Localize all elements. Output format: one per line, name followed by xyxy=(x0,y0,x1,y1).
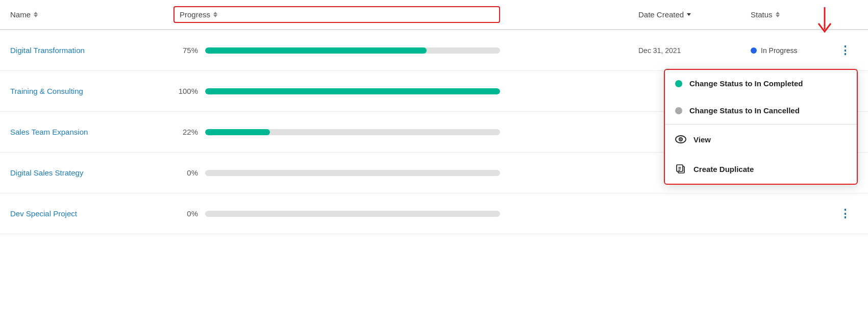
row-progress-cell: 100% xyxy=(173,87,500,95)
col-name-header: Name xyxy=(10,10,173,19)
progress-track xyxy=(205,88,500,94)
row-progress-cell: 75% xyxy=(173,46,500,55)
row-actions-cell: ⋮ xyxy=(832,43,858,58)
row-status-cell: In Progress xyxy=(751,46,832,55)
progress-percent: 22% xyxy=(173,128,198,136)
row-actions-button[interactable]: ⋮ xyxy=(835,43,855,58)
progress-track xyxy=(205,129,500,135)
row-actions-button[interactable]: ⋮ xyxy=(835,206,855,221)
eye-icon xyxy=(675,134,686,145)
row-name-cell: Dev Special Project xyxy=(10,209,173,218)
row-name-cell: Digital Transformation xyxy=(10,46,173,55)
view-item[interactable]: View xyxy=(665,125,857,154)
progress-percent: 0% xyxy=(173,168,198,177)
name-sort-icon xyxy=(34,12,38,17)
progress-fill xyxy=(205,47,427,54)
progress-track xyxy=(205,211,500,217)
row-progress-cell: 0% xyxy=(173,168,500,177)
status-dot xyxy=(751,47,757,54)
col-progress-header: Progress xyxy=(173,6,500,23)
project-link[interactable]: Digital Transformation xyxy=(10,46,85,55)
project-link[interactable]: Digital Sales Strategy xyxy=(10,168,83,177)
table-row: Dev Special Project 0% ⋮ xyxy=(0,193,868,234)
change-status-cancelled-item[interactable]: Change Status to In Cancelled xyxy=(665,97,857,124)
main-table: Name Progress Date Created xyxy=(0,0,868,323)
row-progress-cell: 0% xyxy=(173,209,500,218)
svg-point-3 xyxy=(680,139,682,140)
change-status-completed-label: Change Status to In Completed xyxy=(689,79,803,88)
context-menu: Change Status to In Completed Change Sta… xyxy=(664,69,858,185)
progress-sort-button[interactable]: Progress xyxy=(173,6,500,23)
progress-percent: 100% xyxy=(173,87,198,95)
completed-dot-icon xyxy=(675,80,682,87)
create-duplicate-label: Create Duplicate xyxy=(693,165,754,173)
duplicate-icon xyxy=(675,163,686,175)
view-label: View xyxy=(693,135,711,144)
progress-percent: 75% xyxy=(173,46,198,55)
create-duplicate-item[interactable]: Create Duplicate xyxy=(665,154,857,184)
table-header: Name Progress Date Created xyxy=(0,0,868,30)
status-sort-button[interactable]: Status xyxy=(751,10,832,19)
col-date-header: Date Created xyxy=(638,10,751,19)
row-name-cell: Sales Team Expansion xyxy=(10,128,173,136)
row-actions-cell: ⋮ xyxy=(832,206,858,221)
status-sort-icon xyxy=(776,12,780,17)
project-link[interactable]: Sales Team Expansion xyxy=(10,128,88,136)
table-row: Digital Transformation 75% Dec 31, 2021 … xyxy=(0,30,868,71)
date-sort-icon xyxy=(687,13,691,16)
status-label: In Progress xyxy=(761,46,798,55)
change-status-cancelled-label: Change Status to In Cancelled xyxy=(689,106,800,115)
project-link[interactable]: Dev Special Project xyxy=(10,209,77,218)
date-sort-button[interactable]: Date Created xyxy=(638,10,751,19)
name-sort-button[interactable]: Name xyxy=(10,10,173,19)
progress-fill xyxy=(205,129,270,135)
progress-track xyxy=(205,170,500,176)
col-status-header: Status xyxy=(751,10,832,19)
change-status-completed-item[interactable]: Change Status to In Completed xyxy=(665,70,857,97)
cancelled-dot-icon xyxy=(675,107,682,114)
row-name-cell: Digital Sales Strategy xyxy=(10,168,173,177)
progress-track xyxy=(205,47,500,54)
progress-fill xyxy=(205,88,500,94)
progress-percent: 0% xyxy=(173,209,198,218)
row-name-cell: Training & Consulting xyxy=(10,87,173,95)
row-date-cell: Dec 31, 2021 xyxy=(638,46,751,55)
row-progress-cell: 22% xyxy=(173,128,500,136)
progress-sort-icon xyxy=(213,12,217,17)
project-link[interactable]: Training & Consulting xyxy=(10,87,83,95)
